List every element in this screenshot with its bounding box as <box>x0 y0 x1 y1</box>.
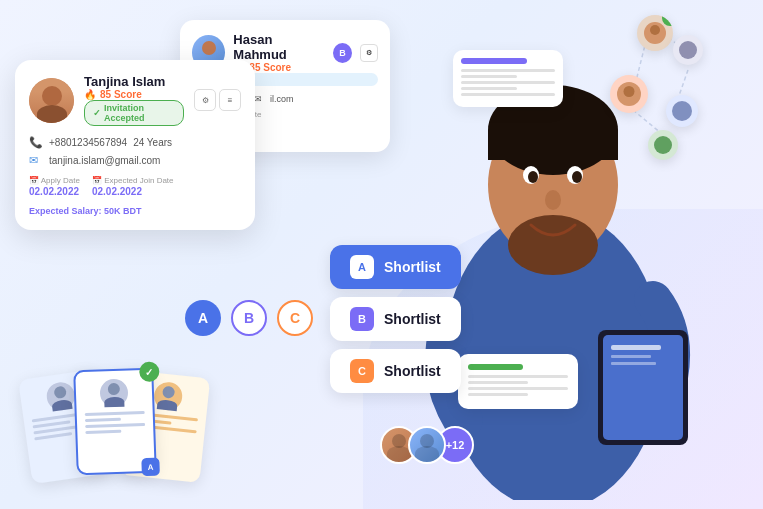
b-badge: B <box>333 43 352 63</box>
ui-bar-1 <box>461 58 527 64</box>
resume-line-7 <box>85 423 145 428</box>
salary-label: Expected Salary: <box>29 206 102 216</box>
node-1-avatar <box>644 22 666 44</box>
svg-rect-17 <box>611 345 661 350</box>
resume-line-6 <box>85 418 121 422</box>
calendar2-icon: 📅 <box>92 176 102 185</box>
resume-illustration: ✓ A <box>25 319 225 479</box>
shortlist-c-button[interactable]: C Shortlist <box>330 349 461 393</box>
bottom-avatar-2 <box>408 426 446 464</box>
join-date-item: 📅 Expected Join Date 02.02.2022 <box>92 176 174 197</box>
ui-green-bar <box>468 364 523 370</box>
ui-bar-line-1 <box>461 69 555 72</box>
svg-point-14 <box>545 190 561 210</box>
a-badge-resume: A <box>141 457 160 476</box>
node-2-avatar <box>679 41 697 59</box>
floating-nodes: ✓ <box>553 15 703 175</box>
node-5 <box>648 130 678 160</box>
avatar-2-body <box>415 446 439 462</box>
node-1-check: ✓ <box>662 15 673 26</box>
apply-date-label: 📅 Apply Date <box>29 176 80 185</box>
avatar-count-label: +12 <box>446 439 465 451</box>
resume-card-2: ✓ A <box>73 368 157 476</box>
badge-b: B <box>350 307 374 331</box>
experience-value: 24 Years <box>133 137 172 148</box>
score-badge: 🔥 85 Score <box>84 89 184 100</box>
ui-card-topright <box>453 50 563 107</box>
candidate-name: Tanjina Islam <box>84 74 184 89</box>
card-header: Tanjina Islam 🔥 85 Score ✓ Invitation Ac… <box>29 74 241 126</box>
resume-avatar-2 <box>100 379 129 408</box>
status-label: Invitation Accepted <box>104 103 175 123</box>
bottom-avatars-group: +12 <box>380 426 474 464</box>
svg-rect-18 <box>611 355 651 358</box>
pill-c[interactable]: C <box>277 300 313 336</box>
email-row: ✉ tanjina.islam@gmail.com <box>29 154 241 167</box>
badge-c: C <box>350 359 374 383</box>
pill-b[interactable]: B <box>231 300 267 336</box>
menu-button[interactable]: ≡ <box>219 89 241 111</box>
ui-bar-br-3 <box>468 387 568 390</box>
email-value2: il.com <box>270 94 294 104</box>
phone-row: 📞 +8801234567894 24 Years <box>29 136 241 149</box>
ui-bar-line-3 <box>461 81 555 84</box>
card-actions[interactable]: ⚙ ≡ <box>194 89 241 111</box>
shortlist-c-label: Shortlist <box>384 363 441 379</box>
svg-rect-16 <box>603 335 683 440</box>
badge-a: A <box>350 255 374 279</box>
join-date-value: 02.02.2022 <box>92 186 174 197</box>
node-3-head <box>624 86 635 97</box>
ui-card-bottomright <box>458 354 578 409</box>
ui-bar-line-4 <box>461 87 517 90</box>
name-section: Tanjina Islam 🔥 85 Score ✓ Invitation Ac… <box>84 74 184 126</box>
resume-avatar-3 <box>153 381 184 412</box>
join-date-label: 📅 Expected Join Date <box>92 176 174 185</box>
node-3 <box>610 75 648 113</box>
hasan-name: Hasan Mahmud <box>233 32 325 62</box>
candidate-card-main: Tanjina Islam 🔥 85 Score ✓ Invitation Ac… <box>15 60 255 230</box>
ui-bar-line-2 <box>461 75 517 78</box>
node-1: ✓ <box>637 15 673 51</box>
email-icon2: ✉ <box>254 94 262 104</box>
ui-bar-br-1 <box>468 375 568 378</box>
status-badge: ✓ Invitation Accepted <box>84 100 184 126</box>
pill-a[interactable]: A <box>185 300 221 336</box>
check-icon: ✓ <box>93 108 101 118</box>
node-3-avatar <box>617 82 641 106</box>
svg-point-9 <box>508 215 598 275</box>
category-pills: A B C <box>185 300 313 336</box>
node-1-head <box>650 25 660 35</box>
date-row: 📅 Apply Date 02.02.2022 📅 Expected Join … <box>29 176 241 197</box>
phone-value: +8801234567894 <box>49 137 127 148</box>
calendar-icon: 📅 <box>29 176 39 185</box>
score-value: 85 Score <box>100 89 142 100</box>
resume-line-8 <box>85 430 121 434</box>
ui-bar-br-4 <box>468 393 528 396</box>
resume-avatar-1 <box>45 380 77 412</box>
node-2 <box>673 35 703 65</box>
shortlist-panel: A Shortlist B Shortlist C Shortlist <box>330 245 461 393</box>
avatar-image <box>29 78 74 123</box>
email-value: tanjina.islam@gmail.com <box>49 155 160 166</box>
salary-value: 50K BDT <box>104 206 142 216</box>
ui-bar-line-5 <box>461 93 555 96</box>
shortlist-a-button[interactable]: A Shortlist <box>330 245 461 289</box>
shortlist-a-label: Shortlist <box>384 259 441 275</box>
svg-point-12 <box>528 171 538 183</box>
svg-rect-19 <box>611 362 656 365</box>
avatar-tanjina <box>29 78 74 123</box>
resume-line-5 <box>85 411 145 416</box>
card-details: 📞 +8801234567894 24 Years ✉ tanjina.isla… <box>29 136 241 216</box>
apply-date-item: 📅 Apply Date 02.02.2022 <box>29 176 80 197</box>
settings-button[interactable]: ⚙ <box>194 89 216 111</box>
settings2-button[interactable]: ⚙ <box>360 44 378 62</box>
secondary-actions[interactable]: ⚙ <box>360 44 378 62</box>
salary-row: Expected Salary: 50K BDT <box>29 206 241 216</box>
ui-bar-br-2 <box>468 381 528 384</box>
node-5-avatar <box>654 136 672 154</box>
node-4-avatar <box>672 101 692 121</box>
apply-date-value: 02.02.2022 <box>29 186 80 197</box>
node-4 <box>666 95 698 127</box>
shortlist-b-button[interactable]: B Shortlist <box>330 297 461 341</box>
shortlist-b-label: Shortlist <box>384 311 441 327</box>
